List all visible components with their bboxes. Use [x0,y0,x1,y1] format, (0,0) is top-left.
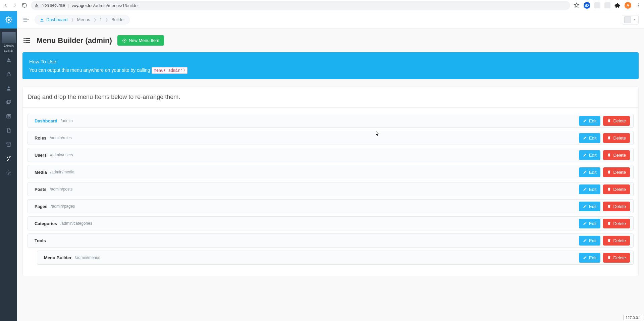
helm-icon [4,15,13,24]
sidebar-item-posts[interactable] [0,113,17,120]
trash-icon [607,170,611,174]
svg-rect-15 [25,40,30,41]
menu-item[interactable]: Categories /admin/categories Edit Delete [28,216,634,230]
profile-avatar[interactable]: A [625,2,631,9]
menu-items-panel: Drag and drop the menu Items below to re… [22,87,639,276]
page-header: Menu Builder (admin) New Menu Item [22,35,639,46]
menu-item-url: /admin/menus [75,255,100,260]
user-thumb-icon [624,16,631,23]
delete-button[interactable]: Delete [603,236,630,246]
sidebar-item-dashboard[interactable] [0,57,17,63]
menu-item[interactable]: Dashboard /admin Edit Delete [28,114,634,128]
boat-icon [6,57,11,63]
sidebar-item-pages[interactable] [0,127,17,134]
menu-item-url: /admin/roles [50,136,71,140]
url-text: voyager.loc/admin/menus/1/builder [71,3,139,8]
svg-rect-10 [7,143,11,144]
sidebar-toggle-button[interactable] [22,16,30,23]
edit-button[interactable]: Edit [579,116,600,126]
sidebar-avatar[interactable]: Admin avatar [0,29,17,55]
menu-item-url: /admin/users [50,153,73,157]
edit-button[interactable]: Edit [579,236,600,246]
sidebar-logo[interactable] [0,11,17,29]
user-menu[interactable] [622,15,639,24]
sidebar-item-media[interactable] [0,99,17,106]
edit-button[interactable]: Edit [579,133,600,143]
edit-button[interactable]: Edit [579,150,600,160]
pencil-icon [583,204,587,208]
bookmark-star-icon[interactable] [574,2,580,8]
svg-point-0 [638,3,639,4]
svg-rect-17 [25,42,30,43]
edit-button[interactable]: Edit [579,219,600,228]
caret-down-icon [633,18,636,21]
svg-rect-8 [7,100,10,103]
trash-icon [607,221,611,225]
delete-button[interactable]: Delete [603,167,630,177]
chevron-right-icon: ❯ [71,18,74,21]
pencil-icon [583,170,587,174]
browser-toolbar: Non sécurisé | voyager.loc/admin/menus/1… [0,0,644,11]
trash-icon [607,136,611,140]
list-icon [22,36,31,45]
menu-item[interactable]: Media /admin/media Edit Delete [28,165,634,179]
breadcrumb-menu-id[interactable]: 1 [100,17,102,22]
extension-id-icon[interactable]: iD [584,2,590,9]
sidebar-item-users[interactable] [0,85,17,92]
delete-button[interactable]: Delete [603,184,630,194]
plus-circle-icon [122,38,127,43]
trash-icon [607,256,611,260]
delete-button[interactable]: Delete [603,219,630,228]
nav-forward-button[interactable] [12,2,18,8]
avatar-thumb-icon [2,32,16,43]
edit-button[interactable]: Edit [579,184,600,194]
edit-button[interactable]: Edit [579,167,600,177]
delete-button[interactable]: Delete [603,150,630,160]
boat-small-icon [40,17,44,22]
edit-button[interactable]: Edit [579,202,600,211]
delete-button[interactable]: Delete [603,202,630,211]
new-menu-item-button[interactable]: New Menu Item [117,35,164,46]
delete-button[interactable]: Delete [603,116,630,126]
sidebar-item-tools[interactable] [0,155,17,162]
alert-body: You can output this menu anywhere on you… [29,66,632,74]
sidebar-item-roles[interactable] [0,71,17,77]
nav-back-button[interactable] [3,2,9,8]
trash-icon [607,153,611,157]
extension-placeholder-1[interactable] [594,2,600,8]
menu-item[interactable]: Roles /admin/roles Edit Delete [28,131,634,145]
extension-placeholder-2[interactable] [604,2,610,8]
pencil-icon [583,119,587,123]
edit-button[interactable]: Edit [579,253,600,263]
pencil-icon [583,256,587,260]
breadcrumb-dashboard[interactable]: Dashboard [40,17,68,22]
chrome-menu-button[interactable] [635,3,641,8]
sidebar: Admin avatar [0,11,17,321]
svg-rect-13 [25,38,30,39]
images-icon [6,100,11,105]
delete-button[interactable]: Delete [603,133,630,143]
menu-item-title: Categories [35,221,57,226]
nav-reload-button[interactable] [21,3,28,8]
svg-rect-16 [23,42,24,43]
news-icon [6,114,11,119]
menu-item-title: Tools [35,238,46,243]
pencil-icon [583,221,587,225]
hamburger-icon [22,16,30,23]
code-snippet: menu('admin') [152,67,188,74]
menu-item[interactable]: Users /admin/users Edit Delete [28,148,634,162]
extensions-puzzle-icon[interactable] [614,2,621,8]
svg-rect-7 [7,101,10,103]
delete-button[interactable]: Delete [603,253,630,263]
breadcrumb-menus[interactable]: Menus [77,17,90,22]
menu-item[interactable]: Tools Edit Delete Menu Builder /admin/me… [28,233,634,265]
address-bar[interactable]: Non sécurisé | voyager.loc/admin/menus/1… [31,1,570,10]
menu-item-url: /admin/posts [50,187,72,192]
menu-item[interactable]: Menu Builder /admin/menus Edit Delete [37,251,634,265]
menu-item[interactable]: Pages /admin/pages Edit Delete [28,199,634,213]
sidebar-item-categories[interactable] [0,141,17,148]
gear-icon [6,170,11,175]
menu-item[interactable]: Posts /admin/posts Edit Delete [28,182,634,196]
status-bar-tooltip: 127.0.0.1 [623,315,643,320]
sidebar-item-settings[interactable] [0,169,17,176]
